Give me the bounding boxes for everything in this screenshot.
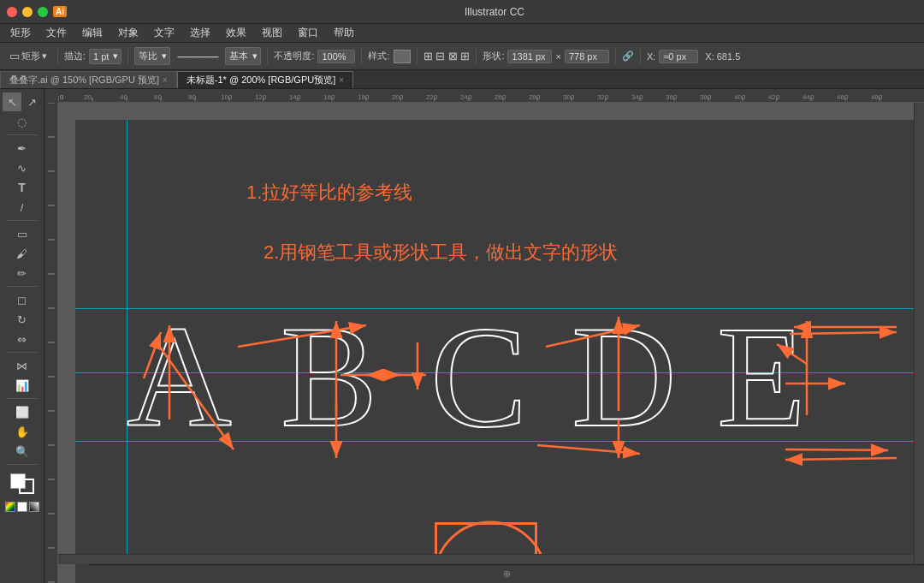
letter-E: E <box>717 304 806 449</box>
stroke-dropdown[interactable]: 1 pt <box>89 49 121 64</box>
menu-file[interactable]: 文件 <box>39 24 74 42</box>
svg-text:140: 140 <box>289 93 301 101</box>
app-icon: Ai <box>53 6 67 17</box>
menu-select[interactable]: 选择 <box>183 24 217 42</box>
svg-text:280: 280 <box>529 93 541 101</box>
svg-text:420: 420 <box>768 93 780 101</box>
tabs: 叠叠字.ai @ 150% [RGB/GPU 预览] × 未标题-1* @ 20… <box>0 70 924 89</box>
menu-object[interactable]: 对象 <box>111 24 145 42</box>
svg-text:480: 480 <box>871 93 883 101</box>
ruler-corner <box>44 89 58 103</box>
tab-1[interactable]: 未标题-1* @ 200% [RGB/GPU预览] × <box>177 71 353 88</box>
tool-sep-6 <box>7 464 38 465</box>
lasso-tool[interactable]: ◌ <box>3 112 41 131</box>
tab-close-0[interactable]: × <box>163 75 168 85</box>
menu-view[interactable]: 视图 <box>255 24 289 42</box>
ruler-vertical <box>44 103 58 583</box>
y-label-coord: X: 681.5 <box>702 51 740 62</box>
shape-selector[interactable]: ▭ 矩形 ▾ <box>5 48 51 64</box>
shape-size-label: 形状: <box>483 50 504 62</box>
toolbar-separator <box>57 49 58 64</box>
dash-line: ——— <box>174 49 222 64</box>
pen-tool[interactable]: ✒ <box>3 139 41 158</box>
toolbox: ↖ ↗ ◌ ✒ ∿ T / ▭ 🖌 ✏ ◻ ↻ ⇔ ⋈ 📊 ⬜ ✋ 🔍 <box>0 89 44 583</box>
color-mode-row <box>5 502 39 512</box>
tab-label-1: 未标题-1* @ 200% [RGB/GPU预览] <box>187 74 335 86</box>
svg-text:220: 220 <box>426 93 438 101</box>
toolbar-separator-4 <box>361 49 362 64</box>
titlebar: Ai Illustrator CC <box>0 0 924 24</box>
svg-text:160: 160 <box>323 93 335 101</box>
svg-text:0: 0 <box>60 93 64 101</box>
svg-text:100: 100 <box>221 93 233 101</box>
svg-text:320: 320 <box>597 93 609 101</box>
horizontal-scrollbar[interactable] <box>58 554 914 564</box>
type-tool[interactable]: T <box>3 178 41 197</box>
svg-text:120: 120 <box>255 93 267 101</box>
svg-line-87 <box>785 458 897 460</box>
menu-text[interactable]: 文字 <box>147 24 181 42</box>
direct-select-tool[interactable]: ↗ <box>22 92 41 111</box>
svg-text:300: 300 <box>563 93 575 101</box>
line-tool[interactable]: / <box>3 198 41 217</box>
canvas-area[interactable]: 1.拉好等比的参考线 2.用钢笔工具或形状工具，做出文字的形状 A B C D … <box>58 103 924 583</box>
rotate-tool[interactable]: ↻ <box>3 310 41 329</box>
stroke-label: 描边: <box>64 50 86 62</box>
tab-0[interactable]: 叠叠字.ai @ 150% [RGB/GPU 预览] × <box>0 71 177 88</box>
menu-edit[interactable]: 编辑 <box>75 24 110 42</box>
main-layout: ↖ ↗ ◌ ✒ ∿ T / ▭ 🖌 ✏ ◻ ↻ ⇔ ⋈ 📊 ⬜ ✋ 🔍 <box>0 89 924 583</box>
toolbar-separator-6 <box>476 49 477 64</box>
minimize-button[interactable] <box>22 7 33 17</box>
column-tool[interactable]: 📊 <box>3 376 41 395</box>
color-mode[interactable] <box>5 502 15 512</box>
vertical-scrollbar[interactable] <box>914 103 924 564</box>
svg-text:460: 460 <box>837 93 849 101</box>
style-label: 样式: <box>368 50 389 62</box>
svg-text:200: 200 <box>392 93 404 101</box>
tool-sep-2 <box>7 220 38 221</box>
color-boxes <box>7 470 38 497</box>
none-mode[interactable] <box>17 502 27 512</box>
x-label: X: <box>647 51 655 62</box>
menu-window[interactable]: 窗口 <box>291 24 325 42</box>
menu-help[interactable]: 帮助 <box>327 24 361 42</box>
style-preview <box>394 50 411 63</box>
svg-text:180: 180 <box>358 93 370 101</box>
svg-text:40: 40 <box>120 93 127 101</box>
width-input[interactable] <box>507 50 552 63</box>
pencil-tool[interactable]: ✏ <box>3 264 41 283</box>
select-tool[interactable]: ↖ <box>3 92 21 111</box>
close-button[interactable] <box>7 7 17 17</box>
scale-tool[interactable]: ⇔ <box>3 330 41 348</box>
curvature-tool[interactable]: ∿ <box>3 158 41 177</box>
artboard-tool[interactable]: ⬜ <box>3 402 41 421</box>
maximize-button[interactable] <box>38 7 48 17</box>
zoom-tool[interactable]: 🔍 <box>3 442 41 461</box>
canvas-wrapper[interactable]: 0 20 40 60 80 100 120 140 160 <box>44 89 924 583</box>
gradient-mode[interactable] <box>29 502 39 512</box>
menu-effect[interactable]: 效果 <box>219 24 253 42</box>
x-input[interactable] <box>659 50 698 63</box>
blend-tool[interactable]: ⋈ <box>3 356 41 375</box>
svg-text:380: 380 <box>700 93 712 101</box>
statusbar: ⊕ <box>89 564 924 583</box>
opacity-input[interactable] <box>317 50 355 63</box>
paintbrush-tool[interactable]: 🖌 <box>3 244 41 263</box>
menu-rect[interactable]: 矩形 <box>3 24 38 42</box>
svg-text:60: 60 <box>154 93 162 101</box>
stroke-box[interactable] <box>19 479 34 494</box>
tab-close-1[interactable]: × <box>339 75 344 85</box>
svg-text:400: 400 <box>734 93 746 101</box>
height-input[interactable] <box>565 50 609 63</box>
hand-tool[interactable]: ✋ <box>3 422 41 441</box>
svg-text:260: 260 <box>495 93 506 101</box>
equal-dropdown[interactable]: 等比 <box>134 47 170 65</box>
menubar: 矩形 文件 编辑 对象 文字 选择 效果 视图 窗口 帮助 <box>0 24 924 43</box>
eraser-tool[interactable]: ◻ <box>3 290 41 309</box>
letter-D: D <box>572 304 677 449</box>
annotation-2: 2.用钢笔工具或形状工具，做出文字的形状 <box>264 240 618 265</box>
basic-dropdown[interactable]: 基本 <box>225 47 261 65</box>
tab-label-0: 叠叠字.ai @ 150% [RGB/GPU 预览] <box>9 74 159 86</box>
rect-tool[interactable]: ▭ <box>3 224 41 243</box>
status-info: ⊕ <box>503 568 511 580</box>
